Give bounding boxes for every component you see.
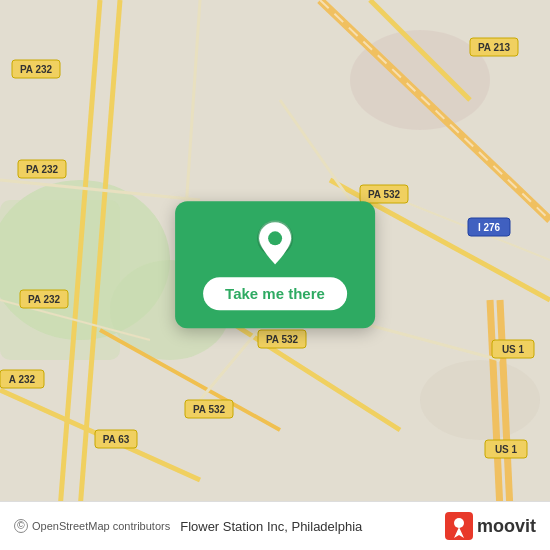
svg-text:US 1: US 1 (495, 444, 518, 455)
moovit-text: moovit (477, 516, 536, 537)
popup-card: Take me there (175, 201, 375, 328)
moovit-logo: moovit (445, 512, 536, 540)
take-me-there-button[interactable]: Take me there (203, 277, 347, 310)
svg-text:US 1: US 1 (502, 344, 525, 355)
moovit-logo-icon (445, 512, 473, 540)
svg-text:PA 532: PA 532 (368, 189, 401, 200)
location-name: Flower Station Inc, Philadelphia (180, 519, 362, 534)
svg-text:PA 232: PA 232 (28, 294, 61, 305)
svg-text:PA 532: PA 532 (193, 404, 226, 415)
map-container: PA 232 PA 232 PA 232 A 232 PA 213 PA 532… (0, 0, 550, 550)
svg-text:PA 213: PA 213 (478, 42, 511, 53)
copyright-text: OpenStreetMap contributors (32, 520, 170, 532)
copyright-section: © OpenStreetMap contributors (14, 519, 170, 533)
svg-text:PA 232: PA 232 (20, 64, 53, 75)
svg-text:A 232: A 232 (9, 374, 36, 385)
svg-text:I 276: I 276 (478, 222, 501, 233)
copyright-icon: © (14, 519, 28, 533)
svg-point-52 (454, 518, 464, 528)
svg-point-50 (268, 231, 282, 245)
bottom-bar: © OpenStreetMap contributors Flower Stat… (0, 501, 550, 550)
svg-text:PA 63: PA 63 (103, 434, 130, 445)
svg-text:PA 232: PA 232 (26, 164, 59, 175)
svg-text:PA 532: PA 532 (266, 334, 299, 345)
location-pin-icon (253, 221, 297, 265)
svg-point-5 (420, 360, 540, 440)
